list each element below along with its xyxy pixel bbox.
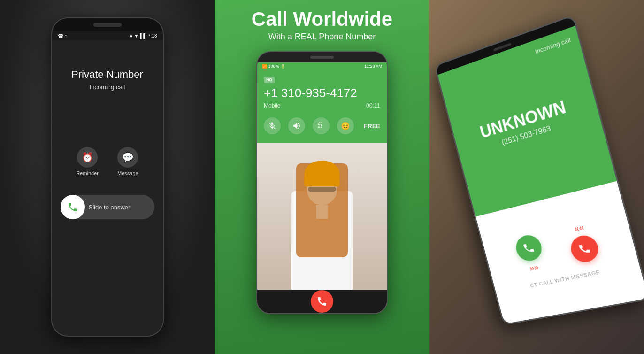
left-panel: ☎ ○ ● ▼ ▌▌ 7:18 Private Number Incoming … [0, 0, 215, 354]
slide-to-answer[interactable]: Slide to answer [61, 195, 154, 219]
phone-right-container: Incoming call UNKNOWN (251) 503-7963 »» [462, 36, 612, 318]
action-buttons: ⏰ Reminder 💬 Message [76, 147, 138, 176]
caller-name: Private Number [71, 69, 143, 81]
phone-left: ☎ ○ ● ▼ ▌▌ 7:18 Private Number Incoming … [51, 17, 164, 337]
person-figure [257, 143, 387, 290]
call-meta: Mobile 00:11 [264, 102, 380, 109]
status-bar-left: ☎ ○ ● ▼ ▌▌ 7:18 [52, 31, 163, 40]
phone-center: 📶 100% 🔋 11:20 AM HD +1 310-935-4172 Mob… [256, 51, 388, 314]
call-controls: 😊 FREE [264, 114, 380, 138]
end-call-icon [311, 290, 333, 313]
call-screen-green: HD +1 310-935-4172 Mobile 00:11 [257, 70, 387, 143]
phone-notch-left [52, 18, 163, 31]
reminder-icon: ⏰ [77, 147, 98, 168]
end-call-button[interactable] [257, 290, 387, 313]
incoming-call-label: Incoming call [71, 84, 143, 91]
incoming-call-right-label: Incoming call [534, 36, 571, 55]
message-icon: 💬 [117, 147, 138, 168]
decline-call-button[interactable] [568, 233, 601, 264]
message-button[interactable]: 💬 Message [117, 147, 138, 176]
speaker-button[interactable] [288, 117, 305, 134]
slide-phone-icon [61, 195, 85, 219]
center-panel: Call Worldwide With a REAL Phone Number … [215, 0, 429, 354]
answer-chevrons: »» [528, 262, 539, 273]
center-headline: Call Worldwide With a REAL Phone Number [242, 0, 402, 46]
right-panel: Incoming call UNKNOWN (251) 503-7963 »» [429, 0, 644, 354]
free-badge: FREE [364, 123, 380, 130]
status-bar-center: 📶 100% 🔋 11:20 AM [257, 62, 387, 70]
reject-with-message-label[interactable]: CT CALL WITH MESSAGE [529, 269, 601, 288]
status-left-icons: ☎ ○ [58, 33, 68, 38]
phone-top-bar [257, 52, 387, 62]
call-duration: 00:11 [366, 102, 380, 109]
phone-number-display: +1 310-935-4172 [264, 86, 380, 100]
decline-group: «« [565, 220, 601, 264]
status-wifi: 📶 100% 🔋 [262, 64, 285, 69]
caller-info: Private Number Incoming call [71, 69, 143, 91]
phone-center-wrap: 📶 100% 🔋 11:20 AM HD +1 310-935-4172 Mob… [256, 51, 388, 314]
mobile-label: Mobile [264, 102, 280, 109]
mute-button[interactable] [264, 117, 281, 134]
main-title: Call Worldwide [252, 8, 392, 30]
message-label: Message [117, 170, 138, 176]
answer-group: »» [513, 233, 547, 275]
reminder-button[interactable]: ⏰ Reminder [76, 147, 99, 176]
reminder-label: Reminder [76, 170, 99, 176]
answer-call-button[interactable] [513, 233, 544, 263]
hd-badge: HD [264, 77, 275, 83]
call-action-row: »» «« [513, 220, 601, 275]
phone-speaker [310, 56, 334, 59]
status-right-icons: ● ▼ ▌▌ 7:18 [130, 33, 157, 38]
main-subtitle: With a REAL Phone Number [252, 32, 392, 42]
keypad-button[interactable] [313, 117, 330, 134]
decline-chevrons: «« [573, 222, 584, 234]
emoji-button[interactable]: 😊 [337, 117, 354, 134]
status-time: 11:20 AM [364, 64, 382, 69]
person-photo [257, 143, 387, 290]
phone-screen-left: Private Number Incoming call ⏰ Reminder … [52, 40, 163, 336]
slide-text: Slide to answer [89, 204, 130, 211]
